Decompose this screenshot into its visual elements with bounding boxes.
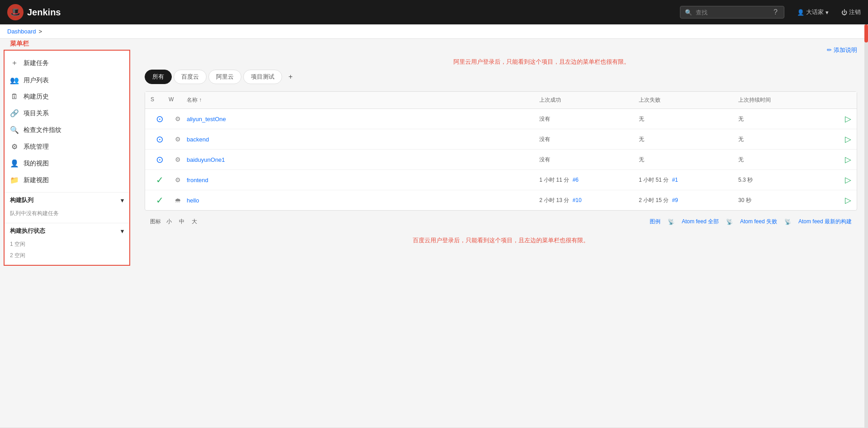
user-icon: 👤 (797, 9, 804, 16)
run-button-3[interactable]: ▷ (845, 155, 851, 165)
col-header-name[interactable]: 名称 ↑ (187, 96, 539, 104)
projects-table: S W 名称 ↑ 上次成功 上次失败 上次持续时间 ⊙ ⚙ aliyun_tes… (145, 91, 857, 211)
search-box[interactable]: 🔍 ? (680, 6, 784, 19)
fail-link-5[interactable]: #9 (672, 197, 678, 203)
project-name-5[interactable]: hello (187, 197, 539, 204)
table-row: ⊙ ⚙ backend 没有 无 无 ▷ (145, 129, 857, 150)
project-name-3[interactable]: baiduyunOne1 (187, 156, 539, 163)
help-icon[interactable]: ? (774, 8, 778, 16)
run-button-4[interactable]: ▷ (845, 175, 851, 185)
project-name-2[interactable]: backend (187, 136, 539, 143)
users-icon: 👥 (10, 76, 19, 85)
user-menu[interactable]: 👤 大话家 ▾ (797, 8, 829, 16)
run-btn-5[interactable]: ▷ (829, 195, 851, 205)
tab-add-button[interactable]: + (284, 71, 297, 83)
feed-icon-3: 📡 (784, 219, 791, 225)
sidebar-item-label: 项目关系 (24, 109, 49, 118)
scrollbar-thumb[interactable] (864, 24, 868, 42)
sidebar-item-fingerprint[interactable]: 🔍 检查文件指纹 (5, 122, 129, 138)
size-large[interactable]: 大 (190, 217, 199, 226)
build-queue-chevron: ▾ (121, 197, 124, 204)
run-btn-2[interactable]: ▷ (829, 134, 851, 144)
sidebar-item-my-view[interactable]: 👤 我的视图 (5, 155, 129, 172)
atom-all-link[interactable]: Atom feed 全部 (682, 218, 719, 226)
col-header-duration: 上次持续时间 (738, 96, 829, 104)
main-content: ✏ 添加说明 阿里云用户登录后，只能看到这个项目，且左边的菜单栏也很有限。 所有… (134, 39, 868, 428)
sidebar-item-build-history[interactable]: 🗓 构建历史 (5, 89, 129, 105)
sidebar-item-user-list[interactable]: 👥 用户列表 (5, 72, 129, 89)
project-name-1[interactable]: aliyun_testOne (187, 116, 539, 122)
col-header-fail: 上次失败 (639, 96, 738, 104)
last-fail-3: 无 (639, 156, 738, 164)
breadcrumb-sep: > (39, 28, 42, 35)
logout-button[interactable]: ⏻ 注销 (841, 8, 861, 16)
run-btn-1[interactable]: ▷ (829, 114, 851, 124)
project-name-4[interactable]: frontend (187, 177, 539, 183)
run-btn-4[interactable]: ▷ (829, 175, 851, 185)
logout-label: 注销 (849, 8, 861, 16)
sidebar-item-new-task[interactable]: ＋ 新建任务 (5, 54, 129, 72)
table-header: S W 名称 ↑ 上次成功 上次失败 上次持续时间 (145, 92, 857, 109)
edit-icon: ✏ (827, 47, 834, 53)
feed-icon-1: 📡 (668, 219, 675, 225)
run-button-5[interactable]: ▷ (845, 195, 851, 205)
tab-test[interactable]: 项目测试 (243, 70, 282, 84)
sidebar-item-new-view[interactable]: 📁 新建视图 (5, 172, 129, 188)
success-link-4[interactable]: #6 (572, 177, 578, 183)
build-executor-chevron: ▾ (121, 228, 124, 235)
sidebar-item-label: 新建视图 (24, 176, 49, 184)
fail-link-4[interactable]: #1 (672, 177, 678, 183)
col-header-success: 上次成功 (539, 96, 639, 104)
sidebar-item-system-admin[interactable]: ⚙ 系统管理 (5, 138, 129, 155)
status-s-4: ✓ (151, 174, 169, 185)
logout-icon: ⏻ (841, 9, 847, 16)
user-dropdown-icon: ▾ (826, 9, 829, 16)
person-icon: 👤 (10, 159, 19, 168)
plus-icon: ＋ (10, 58, 19, 68)
scrollbar-track (864, 24, 868, 428)
run-button-1[interactable]: ▷ (845, 114, 851, 124)
sidebar-item-label: 我的视图 (24, 160, 49, 168)
feed-icon-2: 📡 (726, 219, 733, 225)
last-success-2: 没有 (539, 136, 639, 143)
last-fail-4: 1 小时 51 分 #1 (639, 176, 738, 184)
size-medium[interactable]: 中 (177, 217, 186, 226)
run-btn-3[interactable]: ▷ (829, 155, 851, 165)
build-executor-section[interactable]: 构建执行状态 ▾ (5, 223, 129, 239)
tabs-container: 所有 百度云 阿里云 项目测试 + (145, 70, 857, 84)
legend-link[interactable]: 图例 (650, 218, 660, 226)
fingerprint-icon: 🔍 (10, 126, 19, 134)
size-small[interactable]: 小 (165, 217, 174, 226)
col-header-action (829, 96, 851, 104)
sidebar-item-label: 系统管理 (24, 143, 49, 151)
layout: 菜单栏 ＋ 新建任务 👥 用户列表 🗓 构建历史 🔗 项目 (0, 39, 868, 428)
breadcrumb-dashboard[interactable]: Dashboard (7, 28, 36, 35)
last-success-5: 2 小时 13 分 #10 (539, 197, 639, 204)
sidebar-label: 菜单栏 (10, 40, 29, 48)
search-input[interactable] (696, 9, 768, 16)
sidebar-item-project-rel[interactable]: 🔗 项目关系 (5, 105, 129, 122)
build-queue-section[interactable]: 构建队列 ▾ (5, 192, 129, 208)
table-row: ⊙ ⚙ aliyun_testOne 没有 无 无 ▷ (145, 109, 857, 129)
status-w-1: ⚙ (169, 115, 187, 122)
table-footer: 图标 小 中 大 图例 📡 Atom feed 全部 📡 Atom feed 失… (145, 212, 857, 231)
tab-baiduyun[interactable]: 百度云 (174, 70, 207, 84)
last-fail-5: 2 小时 15 分 #9 (639, 197, 738, 204)
gear-icon: ⚙ (10, 142, 19, 151)
link-icon: 🔗 (10, 109, 19, 118)
logo: 🎩 Jenkins (7, 4, 61, 20)
build-queue-empty: 队列中没有构建任务 (5, 208, 129, 219)
success-link-5[interactable]: #10 (572, 197, 581, 203)
add-note-link[interactable]: ✏ 添加说明 (827, 46, 857, 54)
atom-fail-link[interactable]: Atom feed 失败 (740, 218, 777, 226)
last-success-4: 1 小时 11 分 #6 (539, 176, 639, 184)
user-label: 大话家 (806, 8, 824, 16)
annotation-baiduyun: 百度云用户登录后，只能看到这个项目，且左边的菜单栏也很有限。 (145, 236, 857, 245)
tab-all[interactable]: 所有 (145, 70, 172, 84)
status-s-1: ⊙ (151, 113, 169, 124)
tab-aliyun[interactable]: 阿里云 (208, 70, 241, 84)
run-button-2[interactable]: ▷ (845, 134, 851, 144)
logo-text: Jenkins (27, 7, 61, 18)
search-icon: 🔍 (685, 9, 692, 16)
atom-latest-link[interactable]: Atom feed 最新的构建 (798, 218, 852, 226)
